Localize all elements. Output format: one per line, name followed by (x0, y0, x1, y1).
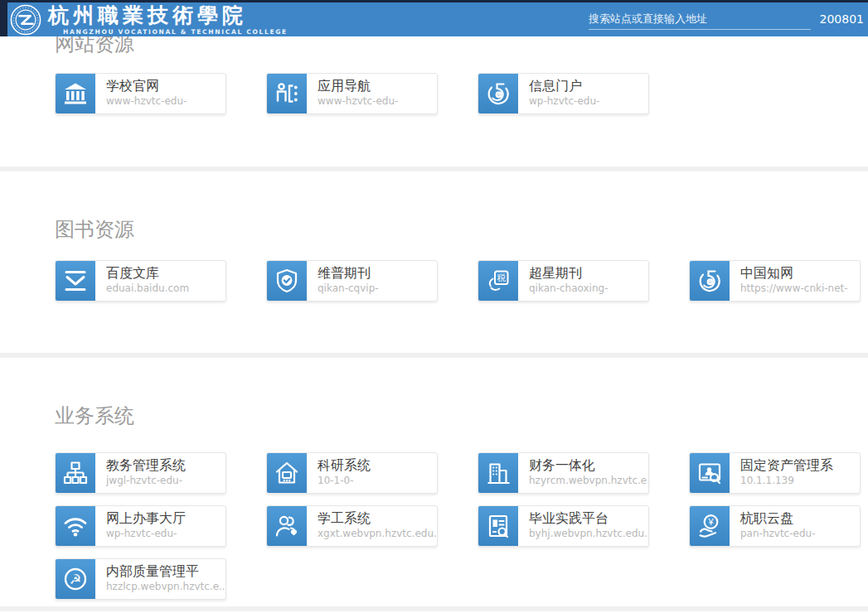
card-text: 财务一体化hzyrcm.webvpn.hzvtc.e... (518, 453, 648, 493)
college-name-en: HANGZHOU VOCATIONAL & TECHNICAL COLLEGE (63, 28, 288, 36)
app-card[interactable]: 学工系统xgxt.webvpn.hzvtc.edu.... (266, 505, 438, 547)
card-text: 百度文库eduai.baidu.com (95, 261, 189, 301)
app-card[interactable]: 学校官网www-hzvtc-edu- (55, 73, 226, 114)
hand-stamp-icon: 税 (478, 261, 518, 301)
card-title: 百度文库 (106, 264, 189, 282)
card-title: 内部质量管理平 (106, 562, 225, 580)
card-title: 固定资产管理系 (740, 456, 833, 474)
inbox-icon (56, 261, 95, 301)
app-card[interactable]: 百度文库eduai.baidu.com (55, 260, 226, 302)
card-title: 学工系统 (318, 509, 437, 527)
people-heart-icon (267, 506, 307, 546)
search-input[interactable] (589, 8, 811, 30)
card-subtitle: eduai.baidu.com (106, 282, 189, 295)
buildings-icon (478, 453, 518, 493)
card-subtitle: pan-hzvtc-edu- (740, 527, 815, 540)
section-title: 图书资源 (55, 216, 868, 244)
header-edge (0, 2, 7, 36)
card-text: 教务管理系统jwgl-hzvtc-edu- (95, 453, 186, 493)
card-text: 固定资产管理系10.1.1.139 (730, 453, 833, 493)
app-card[interactable]: ☭内部质量管理平hzzlcp.webvpn.hzvtc.e... (55, 558, 226, 600)
card-subtitle: qikan-chaoxing- (529, 282, 609, 295)
section: 业务系统教务管理系统jwgl-hzvtc-edu-科研系统10-1-0-财务一体… (0, 403, 868, 600)
card-title: 应用导航 (318, 77, 398, 94)
spiral-portal-icon (690, 261, 730, 301)
party-emblem-icon: ☭ (56, 559, 95, 599)
card-grid: 教务管理系统jwgl-hzvtc-edu-科研系统10-1-0-财务一体化hzy… (55, 452, 868, 600)
card-subtitle: jwgl-hzvtc-edu- (106, 474, 186, 487)
college-title-block: 杭州職業技術學院 HANGZHOU VOCATIONAL & TECHNICAL… (48, 3, 288, 36)
svg-text:税: 税 (497, 273, 507, 282)
card-text: 超星期刊qikan-chaoxing- (518, 261, 609, 301)
sitemap-icon (56, 453, 95, 493)
card-title: 教务管理系统 (106, 456, 186, 474)
app-card[interactable]: 税超星期刊qikan-chaoxing- (478, 260, 649, 302)
wifi-icon (56, 506, 95, 546)
search-box (589, 8, 811, 30)
card-grid: 学校官网www-hzvtc-edu-应用导航www-hzvtc-edu-信息门户… (55, 73, 868, 114)
hand-coin-icon: ¥ (690, 506, 730, 546)
house-screen-icon (267, 453, 307, 493)
app-card[interactable]: 固定资产管理系10.1.1.139 (689, 452, 861, 494)
card-title: 超星期刊 (529, 264, 609, 282)
section: 网站资源学校官网www-hzvtc-edu-应用导航www-hzvtc-edu-… (0, 31, 868, 114)
app-card[interactable]: 科研系统10-1-0- (266, 452, 438, 494)
card-subtitle: https://www-cnki-net- (740, 282, 848, 295)
card-text: 杭职云盘pan-hzvtc-edu- (730, 506, 815, 546)
section: 图书资源百度文库eduai.baidu.com维普期刊qikan-cqvip-税… (0, 216, 868, 302)
card-text: 内部质量管理平hzzlcp.webvpn.hzvtc.e... (95, 559, 225, 599)
card-title: 杭职云盘 (740, 509, 815, 527)
card-subtitle: 10-1-0- (318, 474, 371, 487)
college-name: 杭州職業技術學院 (48, 3, 288, 28)
card-text: 信息门户wp-hzvtc-edu- (518, 74, 599, 113)
app-card[interactable]: 网上办事大厅wp-hzvtc-edu- (55, 505, 226, 547)
svg-text:☭: ☭ (70, 572, 81, 586)
app-card[interactable]: 毕业实践平台byhj.webvpn.hzvtc.edu.... (478, 505, 649, 547)
document-search-icon (478, 506, 518, 546)
app-card[interactable]: 应用导航www-hzvtc-edu- (266, 73, 438, 114)
user-id: 200801 (820, 12, 864, 26)
card-title: 科研系统 (318, 456, 371, 474)
card-text: 科研系统10-1-0- (307, 453, 371, 493)
card-text: 毕业实践平台byhj.webvpn.hzvtc.edu.... (518, 506, 648, 546)
card-title: 财务一体化 (529, 456, 648, 474)
card-subtitle: hzyrcm.webvpn.hzvtc.e... (529, 474, 648, 487)
svg-text:¥: ¥ (707, 517, 714, 527)
shield-check-icon (267, 261, 307, 301)
card-title: 网上办事大厅 (106, 509, 186, 527)
card-subtitle: www-hzvtc-edu- (106, 94, 187, 108)
card-title: 信息门户 (529, 77, 599, 94)
college-emblem-icon[interactable] (10, 4, 41, 36)
card-title: 中国知网 (740, 264, 848, 282)
card-text: 学校官网www-hzvtc-edu- (95, 74, 187, 113)
app-card[interactable]: 财务一体化hzyrcm.webvpn.hzvtc.e... (478, 452, 649, 494)
card-grid: 百度文库eduai.baidu.com维普期刊qikan-cqvip-税超星期刊… (55, 260, 868, 302)
card-subtitle: www-hzvtc-edu- (318, 94, 398, 108)
app-card[interactable]: ¥杭职云盘pan-hzvtc-edu- (689, 505, 861, 547)
app-card[interactable]: 维普期刊qikan-cqvip- (266, 260, 438, 302)
section-divider (0, 353, 868, 358)
card-text: 中国知网https://www-cnki-net- (730, 261, 848, 301)
person-nav-icon (267, 74, 307, 113)
app-card[interactable]: 教务管理系统jwgl-hzvtc-edu- (55, 452, 226, 494)
main-content: 网站资源学校官网www-hzvtc-edu-应用导航www-hzvtc-edu-… (0, 31, 868, 611)
section-divider (0, 167, 868, 171)
card-subtitle: wp-hzvtc-edu- (529, 94, 599, 108)
app-header: 杭州職業技術學院 HANGZHOU VOCATIONAL & TECHNICAL… (0, 0, 868, 36)
card-text: 学工系统xgxt.webvpn.hzvtc.edu.... (307, 506, 437, 546)
card-title: 维普期刊 (318, 264, 379, 282)
card-subtitle: qikan-cqvip- (318, 282, 379, 295)
card-text: 应用导航www-hzvtc-edu- (307, 74, 398, 113)
section-divider (0, 606, 868, 611)
card-subtitle: hzzlcp.webvpn.hzvtc.e... (106, 580, 225, 593)
card-title: 学校官网 (106, 77, 187, 94)
app-card[interactable]: 信息门户wp-hzvtc-edu- (478, 73, 649, 114)
section-title: 业务系统 (55, 403, 868, 430)
card-text: 维普期刊qikan-cqvip- (307, 261, 379, 301)
bank-icon (56, 74, 95, 113)
app-card[interactable]: 中国知网https://www-cnki-net- (689, 260, 861, 302)
card-subtitle: byhj.webvpn.hzvtc.edu.... (529, 527, 648, 540)
spiral-portal-icon (478, 74, 518, 113)
card-subtitle: 10.1.1.139 (740, 474, 833, 487)
card-subtitle: wp-hzvtc-edu- (106, 527, 186, 540)
